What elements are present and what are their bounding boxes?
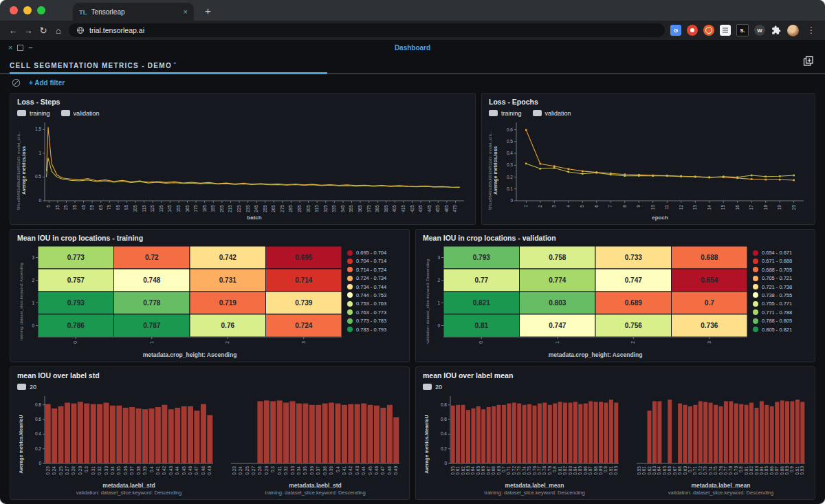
browser-tab-tensorleap[interactable]: TL Tensorleap × xyxy=(73,3,194,21)
heatmap-legend-item[interactable]: 0.805 - 0.821 xyxy=(753,327,808,333)
heatmap-legend-item[interactable]: 0.714 - 0.724 xyxy=(347,267,402,273)
heatmap-legend-item[interactable]: 0.688 - 0.705 xyxy=(753,267,808,273)
heatmap-legend-item[interactable]: 0.744 - 0.753 xyxy=(347,292,402,298)
heatmap-legend-item[interactable]: 0.671 - 0.688 xyxy=(753,258,808,264)
svg-text:415: 415 xyxy=(401,205,406,212)
legend-item[interactable]: 20 xyxy=(17,384,36,391)
forward-icon[interactable]: → xyxy=(21,25,36,36)
heatmap-legend-item[interactable]: 0.734 - 0.744 xyxy=(347,284,402,290)
svg-text:5: 5 xyxy=(580,205,584,208)
svg-text:445: 445 xyxy=(427,205,432,212)
svg-text:0.83: 0.83 xyxy=(754,466,759,475)
legend-loss-steps: trainingvalidation xyxy=(17,108,468,118)
svg-text:145: 145 xyxy=(167,205,172,212)
heatmap-legend-item[interactable]: 0.654 - 0.671 xyxy=(753,250,808,256)
panel-bar-label-mean: mean IOU over label mean 20 Average metr… xyxy=(415,366,815,500)
reload-icon[interactable]: ↻ xyxy=(36,25,51,36)
duckduckgo-icon[interactable] xyxy=(703,25,714,36)
add-dashboard-button[interactable] xyxy=(802,54,815,70)
heatmap-legend-item[interactable]: 0.704 - 0.714 xyxy=(347,258,402,264)
svg-text:195: 195 xyxy=(210,205,215,212)
scihub-icon[interactable]: S. xyxy=(736,24,749,36)
fullscreen-window-button[interactable] xyxy=(37,6,45,14)
notes-icon[interactable] xyxy=(720,25,731,36)
heatmap-legend-item[interactable]: 0.738 - 0.755 xyxy=(753,292,808,298)
heatmap-legend-item[interactable]: 0.788 - 0.805 xyxy=(753,318,808,324)
svg-text:0.34: 0.34 xyxy=(110,466,115,475)
legend-item[interactable]: validation xyxy=(61,110,100,117)
plot-bar-label-std[interactable]: 00.20.40.60.80.230.240.250.270.280.290.3… xyxy=(27,393,402,496)
svg-text:0.61: 0.61 xyxy=(641,466,646,475)
svg-text:0.64: 0.64 xyxy=(657,466,661,475)
globe-icon xyxy=(76,26,85,34)
wayback-icon[interactable]: W xyxy=(754,25,765,36)
svg-text:0.34: 0.34 xyxy=(296,466,301,475)
pane-maximize-icon[interactable] xyxy=(17,45,23,51)
back-icon[interactable]: ← xyxy=(6,25,21,36)
svg-text:0.82: 0.82 xyxy=(749,466,754,475)
svg-text:0.75: 0.75 xyxy=(713,466,718,475)
svg-text:105: 105 xyxy=(133,205,138,212)
chart-title: mean IOU over label std xyxy=(17,371,402,380)
svg-text:0: 0 xyxy=(437,323,440,328)
svg-text:1.5: 1.5 xyxy=(35,127,41,131)
heatmap-legend-item[interactable]: 0.753 - 0.763 xyxy=(347,300,402,307)
svg-text:165: 165 xyxy=(185,205,190,212)
pane-close-icon[interactable]: × xyxy=(8,44,12,52)
tab-close-icon[interactable]: × xyxy=(184,8,188,16)
browser-window: TL Tensorleap × + ← → ↻ ⌂ trial.tensorle… xyxy=(0,0,825,504)
home-icon[interactable]: ⌂ xyxy=(51,25,66,36)
heatmap-legend-item[interactable]: 0.773 - 0.783 xyxy=(347,318,402,324)
svg-text:0.695: 0.695 xyxy=(295,254,312,261)
close-window-button[interactable] xyxy=(10,6,18,14)
heatmap-legend-item[interactable]: 0.763 - 0.773 xyxy=(347,309,402,316)
svg-text:0.36: 0.36 xyxy=(123,466,128,475)
svg-text:215: 215 xyxy=(228,205,232,212)
heatmap-legend-item[interactable]: 0.705 - 0.721 xyxy=(753,275,808,281)
svg-text:14: 14 xyxy=(707,205,712,210)
profile-avatar[interactable] xyxy=(787,25,799,36)
heatmap-legend-item[interactable]: 0.695 - 0.704 xyxy=(347,250,402,256)
svg-text:0.7: 0.7 xyxy=(688,466,692,472)
plot-loss-epochs[interactable]: 00.10.20.30.40.50.6123456789101112131415… xyxy=(498,119,808,221)
dashboard-tab-close-icon[interactable]: × xyxy=(173,60,177,66)
svg-text:0.757: 0.757 xyxy=(67,276,85,284)
svg-text:0.28: 0.28 xyxy=(257,466,262,475)
chart-title: Mean IOU in crop locations - training xyxy=(17,234,402,242)
legend-item[interactable]: training xyxy=(489,110,522,117)
svg-text:0.78: 0.78 xyxy=(542,466,547,475)
svg-text:0.82: 0.82 xyxy=(562,466,567,475)
svg-text:0.41: 0.41 xyxy=(342,466,346,475)
svg-text:365: 365 xyxy=(358,205,362,212)
heatmap-legend-item[interactable]: 0.771 - 0.788 xyxy=(753,309,808,316)
heatmap-legend-item[interactable]: 0.724 - 0.734 xyxy=(347,275,402,281)
plot-heatmap-training[interactable]: 0.7730.720.7420.6950.7570.7480.7310.7140… xyxy=(27,244,343,359)
svg-text:3: 3 xyxy=(32,255,34,260)
plot-bar-label-mean[interactable]: 00.20.40.60.80.550.610.620.630.640.650.6… xyxy=(432,393,808,496)
plot-heatmap-validation[interactable]: 0.7930.7580.7330.6880.770.7740.7470.6540… xyxy=(432,244,749,359)
svg-text:0.27: 0.27 xyxy=(251,466,256,475)
heatmap-legend-item[interactable]: 0.783 - 0.793 xyxy=(347,327,402,333)
svg-text:0.739: 0.739 xyxy=(295,299,312,307)
add-filter-button[interactable]: + Add filter xyxy=(29,79,65,87)
svg-text:35: 35 xyxy=(72,205,77,210)
legend-item[interactable]: training xyxy=(17,110,50,117)
browser-menu-icon[interactable]: ⋮ xyxy=(804,25,818,35)
legend-item[interactable]: validation xyxy=(533,110,571,117)
dashboard-tab-active[interactable]: CELL SEGMENTATION METRICS - DEMO × xyxy=(10,62,327,74)
filter-disabled-icon[interactable] xyxy=(12,78,21,87)
new-tab-button[interactable]: + xyxy=(205,5,211,17)
translate-icon[interactable]: G xyxy=(670,25,681,36)
pane-minimize-icon[interactable]: – xyxy=(28,46,32,49)
puzzle-extensions-icon[interactable] xyxy=(771,25,782,36)
svg-text:1: 1 xyxy=(437,300,440,305)
legend-item[interactable]: 20 xyxy=(423,384,442,391)
adblock-icon[interactable] xyxy=(687,25,698,36)
plot-loss-steps[interactable]: 00.511.551525354555657585951051151251351… xyxy=(27,119,468,221)
heatmap-legend-item[interactable]: 0.721 - 0.738 xyxy=(753,284,808,290)
heatmap-legend-item[interactable]: 0.755 - 0.771 xyxy=(753,300,808,307)
chart-canvas: 0.7730.720.7420.6950.7570.7480.7310.7140… xyxy=(27,244,343,359)
minimize-window-button[interactable] xyxy=(23,6,32,14)
address-bar[interactable]: trial.tensorleap.ai xyxy=(69,23,665,37)
macos-window-controls xyxy=(0,6,55,14)
